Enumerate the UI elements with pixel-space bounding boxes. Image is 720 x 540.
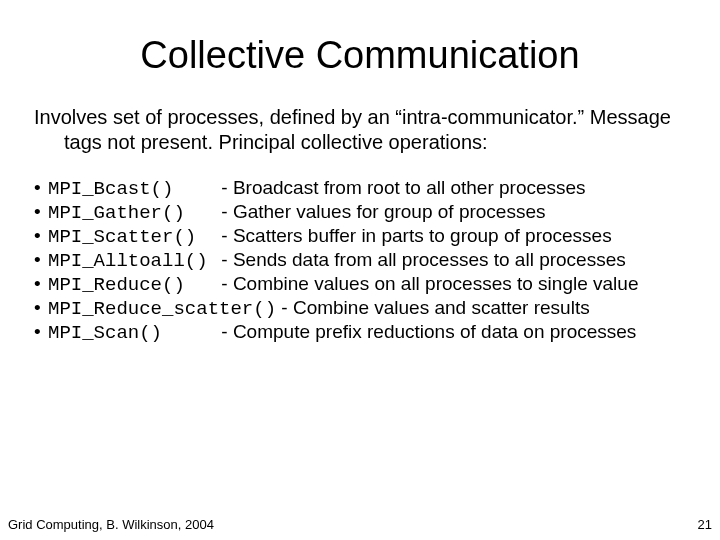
footer-source: Grid Computing, B. Wilkinson, 2004 bbox=[8, 517, 214, 532]
mpi-function-name: MPI_Scan() bbox=[48, 322, 216, 344]
mpi-function-description: - Combine values on all processes to sin… bbox=[221, 273, 638, 294]
list-item: •MPI_Alltoall() - Sends data from all pr… bbox=[34, 249, 720, 272]
mpi-function-description: - Scatters buffer in parts to group of p… bbox=[221, 225, 611, 246]
bullet-icon: • bbox=[34, 297, 48, 319]
mpi-function-name: MPI_Alltoall() bbox=[48, 250, 216, 272]
operations-list: •MPI_Bcast() - Broadcast from root to al… bbox=[34, 177, 720, 344]
footer-page-number: 21 bbox=[698, 517, 712, 532]
intro-paragraph: Involves set of processes, defined by an… bbox=[30, 95, 720, 155]
mpi-function-name: MPI_Bcast() bbox=[48, 178, 216, 200]
list-item: •MPI_Reduce_scatter() - Combine values a… bbox=[34, 297, 720, 320]
list-item: •MPI_Gather() - Gather values for group … bbox=[34, 201, 720, 224]
mpi-function-name: MPI_Reduce_scatter() bbox=[48, 298, 276, 320]
list-item: •MPI_Scan() - Compute prefix reductions … bbox=[34, 321, 720, 344]
bullet-icon: • bbox=[34, 177, 48, 199]
bullet-icon: • bbox=[34, 321, 48, 343]
list-item: •MPI_Bcast() - Broadcast from root to al… bbox=[34, 177, 720, 200]
mpi-function-description: - Sends data from all processes to all p… bbox=[221, 249, 625, 270]
mpi-function-description: - Compute prefix reductions of data on p… bbox=[221, 321, 636, 342]
mpi-function-name: MPI_Scatter() bbox=[48, 226, 216, 248]
slide-title: Collective Communication bbox=[0, 0, 720, 95]
mpi-function-description: - Gather values for group of processes bbox=[221, 201, 545, 222]
mpi-function-description: - Combine values and scatter results bbox=[281, 297, 589, 318]
mpi-function-description: - Broadcast from root to all other proce… bbox=[221, 177, 585, 198]
list-item: •MPI_Reduce() - Combine values on all pr… bbox=[34, 273, 720, 296]
bullet-icon: • bbox=[34, 273, 48, 295]
slide: Collective Communication Involves set of… bbox=[0, 0, 720, 540]
bullet-icon: • bbox=[34, 249, 48, 271]
bullet-icon: • bbox=[34, 225, 48, 247]
mpi-function-name: MPI_Reduce() bbox=[48, 274, 216, 296]
list-item: •MPI_Scatter() - Scatters buffer in part… bbox=[34, 225, 720, 248]
mpi-function-name: MPI_Gather() bbox=[48, 202, 216, 224]
bullet-icon: • bbox=[34, 201, 48, 223]
